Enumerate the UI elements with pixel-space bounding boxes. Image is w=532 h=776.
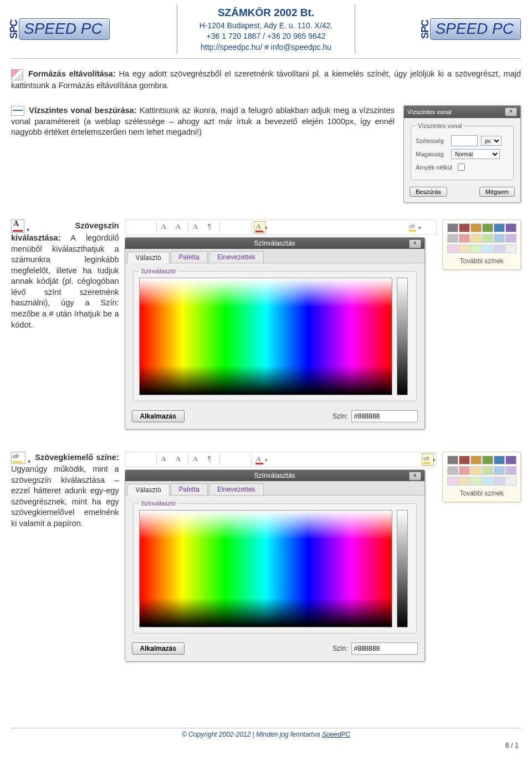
logo-right: SPC SPEED PC xyxy=(422,18,521,40)
color-swatch[interactable] xyxy=(494,244,505,253)
cancel-button[interactable]: Mégsem xyxy=(479,187,515,197)
strike-icon[interactable] xyxy=(191,453,203,466)
pilcrow-icon[interactable] xyxy=(205,453,217,466)
text-color-button[interactable]: ▾ xyxy=(254,453,266,466)
color-swatch[interactable] xyxy=(482,223,493,232)
color-dialog-titlebar[interactable]: Színválasztás × xyxy=(125,470,424,481)
align-icon[interactable] xyxy=(237,221,249,233)
company-links: http://speedpc.hu/ # info@speedpc.hu xyxy=(200,42,333,53)
textcolor-text: A legördülő menüből kiválaszthatjuk a sz… xyxy=(11,233,119,329)
toolbar-icon[interactable] xyxy=(127,221,140,233)
font-icon[interactable] xyxy=(173,453,186,466)
color-swatch[interactable] xyxy=(482,244,493,253)
shadow-checkbox[interactable] xyxy=(458,164,465,171)
height-label: Magasság xyxy=(416,151,448,157)
color-swatch[interactable] xyxy=(494,456,505,464)
toolbar-icon[interactable] xyxy=(142,221,154,233)
logo-prefix-right: SPC xyxy=(422,20,428,39)
color-swatch[interactable] xyxy=(447,223,458,232)
highlight-color-button[interactable]: ▾ xyxy=(407,221,420,233)
color-swatch[interactable] xyxy=(505,466,516,475)
color-swatch[interactable] xyxy=(482,234,493,243)
color-dialog-titlebar[interactable]: Színválasztás × xyxy=(125,238,424,249)
align-icon[interactable] xyxy=(222,453,234,466)
apply-button[interactable]: Alkalmazás xyxy=(132,642,185,655)
color-swatch[interactable] xyxy=(494,466,505,475)
font-icon[interactable] xyxy=(173,221,186,233)
insert-button[interactable]: Beszúrás xyxy=(410,187,447,197)
color-swatch[interactable] xyxy=(482,466,493,475)
font-icon[interactable] xyxy=(159,453,171,466)
close-icon[interactable]: × xyxy=(409,239,421,248)
color-swatch[interactable] xyxy=(494,223,505,232)
color-swatch[interactable] xyxy=(494,234,505,243)
color-swatch[interactable] xyxy=(470,223,482,232)
color-swatch[interactable] xyxy=(447,466,458,475)
chevron-down-icon xyxy=(27,224,31,228)
strike-icon[interactable] xyxy=(191,221,203,233)
color-swatch[interactable] xyxy=(447,234,458,243)
color-swatch[interactable] xyxy=(459,234,470,243)
apply-button[interactable]: Alkalmazás xyxy=(132,410,185,422)
toolbar-icon[interactable] xyxy=(422,221,434,233)
szin-input[interactable] xyxy=(351,642,418,655)
tab-valaszto[interactable]: Választó xyxy=(127,484,170,496)
more-colors-button[interactable]: További színek xyxy=(443,254,520,269)
color-swatch[interactable] xyxy=(459,244,470,253)
lightness-bar[interactable] xyxy=(397,510,408,627)
color-swatch[interactable] xyxy=(470,466,482,475)
toolbar-icon[interactable] xyxy=(127,453,140,466)
color-swatch[interactable] xyxy=(505,456,516,464)
more-colors-button[interactable]: További színek xyxy=(443,487,520,502)
font-icon[interactable] xyxy=(159,221,171,233)
tab-elnevezettek[interactable]: Elnevezettek xyxy=(209,483,264,495)
color-spectrum[interactable] xyxy=(139,278,392,395)
toolbar-separator xyxy=(156,222,157,232)
color-swatch[interactable] xyxy=(459,466,470,475)
close-icon[interactable]: × xyxy=(505,108,517,116)
color-swatch[interactable] xyxy=(494,477,505,486)
color-swatch[interactable] xyxy=(459,477,470,486)
color-swatch[interactable] xyxy=(505,477,516,486)
color-swatch[interactable] xyxy=(447,456,458,464)
color-spectrum[interactable] xyxy=(139,510,392,627)
color-swatch[interactable] xyxy=(470,456,482,464)
hr-dialog-titlebar[interactable]: Vízszintes vonal × xyxy=(404,106,520,118)
align-icon[interactable] xyxy=(222,221,234,233)
color-swatch[interactable] xyxy=(447,477,458,486)
color-swatch[interactable] xyxy=(470,477,482,486)
color-swatch[interactable] xyxy=(482,477,493,486)
width-input[interactable] xyxy=(451,135,478,146)
szin-label: Szín: xyxy=(332,645,347,652)
align-icon[interactable] xyxy=(237,453,249,466)
toolbar-separator xyxy=(188,455,188,464)
text-color-button[interactable]: ▾ xyxy=(254,221,266,233)
company-name: SZÁMKÖR 2002 Bt. xyxy=(200,6,333,21)
chevron-down-icon xyxy=(28,456,32,460)
toolbar-icon[interactable] xyxy=(142,453,154,466)
color-fieldset-legend: Színválasztó xyxy=(139,500,178,507)
tab-elnevezettek[interactable]: Elnevezettek xyxy=(209,251,264,263)
height-select[interactable]: Normál xyxy=(451,149,500,159)
footer-brand-link[interactable]: SpeedPC xyxy=(322,731,350,738)
szin-input[interactable] xyxy=(351,410,418,422)
color-swatch[interactable] xyxy=(505,223,516,232)
color-swatch[interactable] xyxy=(459,456,470,464)
swatch-grid xyxy=(443,452,520,487)
tab-valaszto[interactable]: Választó xyxy=(127,252,170,263)
color-swatch[interactable] xyxy=(482,456,493,464)
highlight-color-button[interactable]: ▾ xyxy=(422,453,434,466)
tab-paletta[interactable]: Paletta xyxy=(171,483,208,495)
color-swatch[interactable] xyxy=(470,244,482,253)
color-swatch[interactable] xyxy=(505,244,516,253)
width-unit-select[interactable]: px xyxy=(481,136,502,146)
color-swatch[interactable] xyxy=(470,234,482,243)
color-swatch[interactable] xyxy=(459,223,470,232)
color-swatch[interactable] xyxy=(505,234,516,243)
shadow-label: Árnyék nélkül xyxy=(416,164,452,171)
pilcrow-icon[interactable] xyxy=(205,221,217,233)
close-icon[interactable]: × xyxy=(409,472,421,481)
color-swatch[interactable] xyxy=(447,244,458,253)
tab-paletta[interactable]: Paletta xyxy=(171,251,208,263)
lightness-bar[interactable] xyxy=(397,278,408,395)
